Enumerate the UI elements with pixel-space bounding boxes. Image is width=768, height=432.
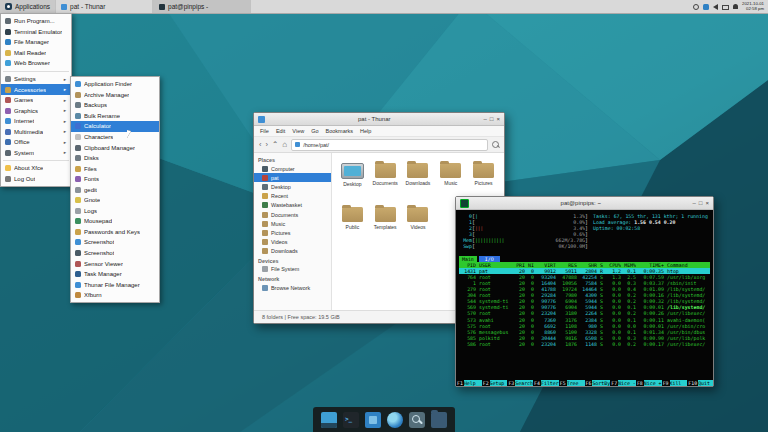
submenu-item-mousepad[interactable]: Mousepad xyxy=(71,216,159,227)
fn-key-f10[interactable]: F10Quit xyxy=(687,380,713,387)
fn-key-f2[interactable]: F2Setup xyxy=(482,380,508,387)
file-item-desktop[interactable]: Desktop xyxy=(336,160,369,204)
menu-item-terminal-emulator[interactable]: Terminal Emulator xyxy=(1,27,71,38)
forward-button[interactable]: › xyxy=(266,140,269,150)
submenu-item-gnote[interactable]: Gnote xyxy=(71,195,159,206)
menu-item-games[interactable]: Games► xyxy=(1,95,71,106)
menu-item-system[interactable]: System► xyxy=(1,148,71,159)
fn-key-f5[interactable]: F5Tree xyxy=(559,380,585,387)
sidebar-item-pictures[interactable]: Pictures xyxy=(254,228,331,237)
fn-key-f3[interactable]: F3Search xyxy=(507,380,533,387)
menubar-item-go[interactable]: Go xyxy=(311,128,318,134)
menubar-item-edit[interactable]: Edit xyxy=(276,128,285,134)
submenu-item-archive-manager[interactable]: Archive Manager xyxy=(71,90,159,101)
network-icon[interactable] xyxy=(693,4,699,10)
file-item-public[interactable]: Public xyxy=(336,204,369,248)
submenu-item-backups[interactable]: Backups xyxy=(71,100,159,111)
menu-item-log-out[interactable]: Log Out xyxy=(1,174,71,185)
menu-item-graphics[interactable]: Graphics► xyxy=(1,105,71,116)
fn-key-f6[interactable]: F6SortBy xyxy=(585,380,611,387)
sidebar-item-recent[interactable]: Recent xyxy=(254,192,331,201)
sidebar-item-pat[interactable]: pat xyxy=(254,173,331,182)
htop-screen[interactable]: 0[|1.3%]1[0.0%]2[|||3.4%]3[0.6%]Mem[||||… xyxy=(456,210,713,386)
menu-item-file-manager[interactable]: File Manager xyxy=(1,37,71,48)
menu-item-web-browser[interactable]: Web Browser xyxy=(1,58,71,69)
menu-item-about-xfce[interactable]: About Xfce xyxy=(1,163,71,174)
applications-menu-button[interactable]: Applications xyxy=(0,0,55,13)
show-desktop-icon[interactable] xyxy=(321,412,337,428)
search-icon[interactable] xyxy=(492,141,499,148)
submenu-item-screenshot[interactable]: Screenshot xyxy=(71,237,159,248)
window-button[interactable]: pat@pinpips - xyxy=(153,0,251,13)
sidebar-item-documents[interactable]: Documents xyxy=(254,210,331,219)
submenu-item-bulk-rename[interactable]: Bulk Rename xyxy=(71,111,159,122)
submenu-item-characters[interactable]: Characters xyxy=(71,132,159,143)
web-browser-icon[interactable] xyxy=(387,412,403,428)
app-finder-icon[interactable] xyxy=(409,412,425,428)
submenu-item-thunar-file-manager[interactable]: Thunar File Manager xyxy=(71,279,159,290)
sidebar-item-file-system[interactable]: File System xyxy=(254,265,331,274)
submenu-item-xfburn[interactable]: Xfburn xyxy=(71,290,159,301)
fn-key-f9[interactable]: F9Kill xyxy=(662,380,688,387)
clock[interactable]: 2021-10-01 02:58 pm xyxy=(742,2,764,12)
menu-item-run-program-[interactable]: Run Program... xyxy=(1,16,71,27)
home-button[interactable]: ⌂ xyxy=(282,140,287,150)
menubar-item-help[interactable]: Help xyxy=(360,128,371,134)
fn-key-f7[interactable]: F7Nice - xyxy=(610,380,636,387)
path-bar[interactable]: /home/pat/ xyxy=(291,139,488,151)
file-manager-icon[interactable] xyxy=(431,412,447,428)
menu-item-multimedia[interactable]: Multimedia► xyxy=(1,126,71,137)
sidebar-item-desktop[interactable]: Desktop xyxy=(254,182,331,191)
htop-process-row[interactable]: 586root2002320418761148S0.00.20:00.17/us… xyxy=(459,341,710,347)
file-item-documents[interactable]: Documents xyxy=(369,160,402,204)
close-button[interactable]: × xyxy=(496,113,500,125)
sidebar-item-music[interactable]: Music xyxy=(254,219,331,228)
file-item-downloads[interactable]: Downloads xyxy=(402,160,435,204)
file-item-videos[interactable]: Videos xyxy=(402,204,435,248)
notifications-bell-icon[interactable] xyxy=(733,4,738,9)
submenu-item-application-finder[interactable]: Application Finder xyxy=(71,79,159,90)
fn-key-f4[interactable]: F4Filter xyxy=(533,380,559,387)
sidebar-item-wastebasket[interactable]: Wastebasket xyxy=(254,201,331,210)
submenu-item-sensor-viewer[interactable]: Sensor Viewer xyxy=(71,258,159,269)
up-button[interactable]: ⌃ xyxy=(272,140,278,150)
menu-item-internet[interactable]: Internet► xyxy=(1,116,71,127)
menubar-item-bookmarks[interactable]: Bookmarks xyxy=(326,128,354,134)
menubar-item-file[interactable]: File xyxy=(260,128,269,134)
menu-item-settings[interactable]: Settings► xyxy=(1,74,71,85)
submenu-item-fonts[interactable]: Fonts xyxy=(71,174,159,185)
maximize-button[interactable]: □ xyxy=(490,113,494,125)
submenu-item-clipboard-manager[interactable]: Clipboard Manager xyxy=(71,142,159,153)
submenu-item-gedit[interactable]: gedit xyxy=(71,184,159,195)
menu-item-mail-reader[interactable]: Mail Reader xyxy=(1,48,71,59)
window-button[interactable]: pat - Thunar xyxy=(55,0,153,13)
bluetooth-icon[interactable] xyxy=(703,4,709,10)
submenu-item-calculator[interactable]: Calculator xyxy=(71,121,159,132)
sidebar-item-computer[interactable]: Computer xyxy=(254,164,331,173)
back-button[interactable]: ‹ xyxy=(259,140,262,150)
submenu-item-screenshot[interactable]: Screenshot xyxy=(71,248,159,259)
thunar-titlebar[interactable]: pat - Thunar – □ × xyxy=(254,113,504,126)
maximize-button[interactable]: □ xyxy=(699,197,703,209)
fn-key-f1[interactable]: F1Help xyxy=(456,380,482,387)
submenu-item-disks[interactable]: Disks xyxy=(71,153,159,164)
sidebar-item-downloads[interactable]: Downloads xyxy=(254,247,331,256)
menu-item-accessories[interactable]: Accessories► xyxy=(1,84,71,95)
software-icon[interactable] xyxy=(365,412,381,428)
sidebar-item-videos[interactable]: Videos xyxy=(254,238,331,247)
submenu-item-passwords-and-keys[interactable]: Passwords and Keys xyxy=(71,227,159,238)
sidebar-item-browse-network[interactable]: Browse Network xyxy=(254,283,331,292)
battery-icon[interactable] xyxy=(722,5,729,10)
menu-item-office[interactable]: Office► xyxy=(1,137,71,148)
terminal-titlebar[interactable]: pat@pinpips: ~ – □ × xyxy=(456,197,713,210)
volume-icon[interactable] xyxy=(713,4,718,10)
file-item-templates[interactable]: Templates xyxy=(369,204,402,248)
submenu-item-files[interactable]: Files xyxy=(71,163,159,174)
minimize-button[interactable]: – xyxy=(693,197,696,209)
terminal-icon[interactable] xyxy=(343,412,359,428)
submenu-item-logs[interactable]: Logs xyxy=(71,206,159,217)
menubar-item-view[interactable]: View xyxy=(292,128,304,134)
submenu-item-task-manager[interactable]: Task Manager xyxy=(71,269,159,280)
fn-key-f8[interactable]: F8Nice + xyxy=(636,380,662,387)
minimize-button[interactable]: – xyxy=(484,113,487,125)
